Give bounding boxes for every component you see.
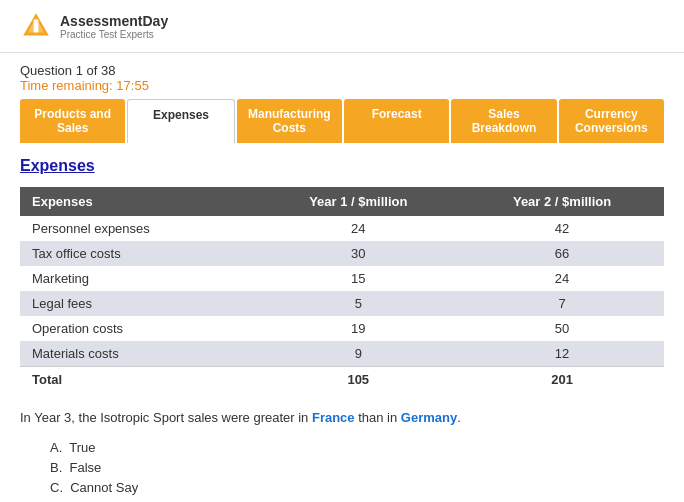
- tab-bar: Products and Sales Expenses Manufacturin…: [0, 99, 684, 143]
- table-cell: Operation costs: [20, 316, 256, 341]
- table-cell: 42: [460, 216, 664, 241]
- section-title: Expenses: [20, 157, 664, 175]
- table-cell: 24: [256, 216, 460, 241]
- logo-subtitle: Practice Test Experts: [60, 29, 168, 40]
- table-cell: 66: [460, 241, 664, 266]
- header: AssessmentDay Practice Test Experts: [0, 0, 684, 53]
- table-cell: Tax office costs: [20, 241, 256, 266]
- tab-manufacturing-costs[interactable]: Manufacturing Costs: [237, 99, 342, 143]
- table-row: Personnel expenses2442: [20, 216, 664, 241]
- col-header-expenses: Expenses: [20, 187, 256, 216]
- table-cell: 30: [256, 241, 460, 266]
- col-header-year2: Year 2 / $million: [460, 187, 664, 216]
- table-cell: 24: [460, 266, 664, 291]
- table-row: Materials costs912: [20, 341, 664, 367]
- tab-sales-breakdown[interactable]: Sales Breakdown: [451, 99, 556, 143]
- tab-forecast[interactable]: Forecast: [344, 99, 449, 143]
- table-cell: 5: [256, 291, 460, 316]
- question-number: Question 1 of 38: [20, 63, 664, 78]
- table-cell: 19: [256, 316, 460, 341]
- table-cell: 15: [256, 266, 460, 291]
- answer-a[interactable]: A. True: [50, 440, 664, 455]
- svg-rect-2: [34, 23, 39, 33]
- highlight-france: France: [312, 410, 355, 425]
- highlight-germany: Germany: [401, 410, 457, 425]
- time-value: 17:55: [116, 78, 149, 93]
- expenses-table: Expenses Year 1 / $million Year 2 / $mil…: [20, 187, 664, 392]
- answer-c[interactable]: C. Cannot Say: [50, 480, 664, 495]
- tab-expenses[interactable]: Expenses: [127, 99, 234, 143]
- table-cell: 7: [460, 291, 664, 316]
- table-cell: 9: [256, 341, 460, 367]
- table-cell: 12: [460, 341, 664, 367]
- table-row: Tax office costs3066: [20, 241, 664, 266]
- col-header-year1: Year 1 / $million: [256, 187, 460, 216]
- footer-year1: 105: [256, 367, 460, 393]
- tab-currency-conversions[interactable]: Currency Conversions: [559, 99, 664, 143]
- time-remaining: Time remaining: 17:55: [20, 78, 664, 93]
- table-cell: 50: [460, 316, 664, 341]
- table-cell: Materials costs: [20, 341, 256, 367]
- tab-products-sales[interactable]: Products and Sales: [20, 99, 125, 143]
- table-cell: Legal fees: [20, 291, 256, 316]
- svg-rect-3: [34, 20, 39, 23]
- content-area: Expenses Expenses Year 1 / $million Year…: [0, 153, 684, 502]
- table-row: Legal fees57: [20, 291, 664, 316]
- question-info: Question 1 of 38 Time remaining: 17:55: [0, 53, 684, 99]
- time-label: Time remaining:: [20, 78, 113, 93]
- table-cell: Marketing: [20, 266, 256, 291]
- logo-text: AssessmentDay Practice Test Experts: [60, 13, 168, 40]
- logo-icon: [20, 10, 52, 42]
- table-footer-row: Total 105 201: [20, 367, 664, 393]
- table-row: Operation costs1950: [20, 316, 664, 341]
- question-text: In Year 3, the Isotropic Sport sales wer…: [20, 408, 664, 428]
- answer-b[interactable]: B. False: [50, 460, 664, 475]
- logo-name: AssessmentDay: [60, 13, 168, 29]
- answer-list: A. True B. False C. Cannot Say: [50, 440, 664, 495]
- table-cell: Personnel expenses: [20, 216, 256, 241]
- footer-label: Total: [20, 367, 256, 393]
- table-header-row: Expenses Year 1 / $million Year 2 / $mil…: [20, 187, 664, 216]
- footer-year2: 201: [460, 367, 664, 393]
- table-row: Marketing1524: [20, 266, 664, 291]
